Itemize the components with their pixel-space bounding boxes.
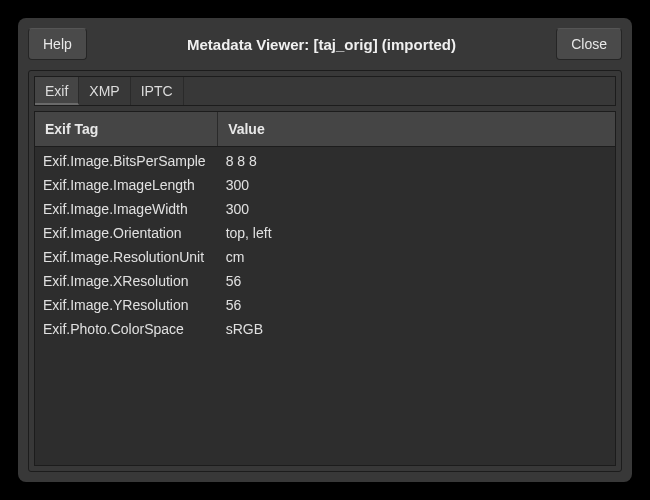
table-row[interactable]: Exif.Image.Orientationtop, left [35,221,615,245]
column-header-tag[interactable]: Exif Tag [35,112,218,147]
table-row[interactable]: Exif.Image.ImageLength300 [35,173,615,197]
metadata-table: Exif Tag Value Exif.Image.BitsPerSample8… [35,112,615,341]
cell-value: 56 [218,269,615,293]
cell-tag: Exif.Photo.ColorSpace [35,317,218,341]
cell-value: 56 [218,293,615,317]
cell-tag: Exif.Image.ImageWidth [35,197,218,221]
table-row[interactable]: Exif.Image.YResolution56 [35,293,615,317]
cell-tag: Exif.Image.BitsPerSample [35,147,218,174]
table-row[interactable]: Exif.Image.ImageWidth300 [35,197,615,221]
metadata-table-wrapper[interactable]: Exif Tag Value Exif.Image.BitsPerSample8… [34,111,616,466]
cell-tag: Exif.Image.YResolution [35,293,218,317]
cell-tag: Exif.Image.Orientation [35,221,218,245]
metadata-viewer-window: Help Metadata Viewer: [taj_orig] (import… [18,18,632,482]
cell-value: 300 [218,173,615,197]
cell-value: top, left [218,221,615,245]
tab-iptc[interactable]: IPTC [131,77,184,105]
cell-value: 8 8 8 [218,147,615,174]
tab-xmp[interactable]: XMP [79,77,130,105]
tab-bar: ExifXMPIPTC [34,76,616,106]
table-row[interactable]: Exif.Photo.ColorSpacesRGB [35,317,615,341]
help-button[interactable]: Help [28,28,87,60]
cell-tag: Exif.Image.XResolution [35,269,218,293]
table-row[interactable]: Exif.Image.XResolution56 [35,269,615,293]
column-header-value[interactable]: Value [218,112,615,147]
cell-value: 300 [218,197,615,221]
tab-exif[interactable]: Exif [35,77,79,105]
table-row[interactable]: Exif.Image.ResolutionUnitcm [35,245,615,269]
cell-tag: Exif.Image.ResolutionUnit [35,245,218,269]
cell-tag: Exif.Image.ImageLength [35,173,218,197]
table-row[interactable]: Exif.Image.BitsPerSample8 8 8 [35,147,615,174]
window-title: Metadata Viewer: [taj_orig] (imported) [95,36,548,53]
content-panel: ExifXMPIPTC Exif Tag Value Exif.Image.Bi… [28,70,622,472]
cell-value: cm [218,245,615,269]
header: Help Metadata Viewer: [taj_orig] (import… [28,28,622,70]
close-button[interactable]: Close [556,28,622,60]
cell-value: sRGB [218,317,615,341]
